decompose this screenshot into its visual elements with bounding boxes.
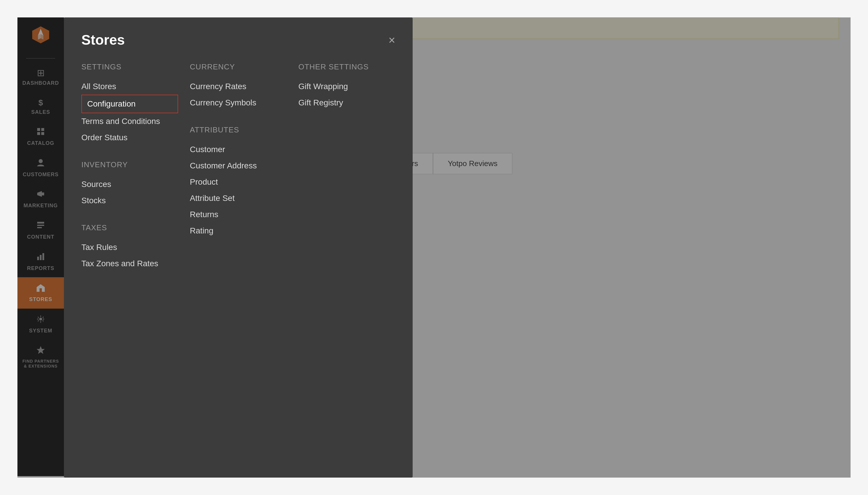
column-1: Settings All Stores Configuration Terms …: [81, 63, 178, 286]
other-settings-section-title: Other Settings: [298, 63, 395, 71]
menu-item-tax-zones[interactable]: Tax Zones and Rates: [81, 255, 178, 272]
menu-item-sources[interactable]: Sources: [81, 176, 178, 192]
stores-modal: Stores × Settings All Stores Configurati…: [64, 17, 413, 478]
settings-section-title: Settings: [81, 63, 178, 71]
menu-item-gift-wrapping[interactable]: Gift Wrapping: [298, 79, 395, 95]
menu-item-customer-address[interactable]: Customer Address: [190, 158, 286, 174]
modal-header: Stores ×: [81, 32, 395, 48]
taxes-section: Taxes Tax Rules Tax Zones and Rates: [81, 223, 178, 272]
inventory-section-title: Inventory: [81, 160, 178, 169]
modal-close-button[interactable]: ×: [389, 34, 395, 46]
menu-item-terms-conditions[interactable]: Terms and Conditions: [81, 113, 178, 130]
column-3: Other Settings Gift Wrapping Gift Regist…: [298, 63, 395, 286]
menu-item-all-stores[interactable]: All Stores: [81, 79, 178, 95]
inventory-section: Inventory Sources Stocks: [81, 160, 178, 209]
menu-item-product[interactable]: Product: [190, 174, 286, 190]
currency-section: Currency Currency Rates Currency Symbols: [190, 63, 286, 111]
menu-item-rating[interactable]: Rating: [190, 223, 286, 239]
menu-item-attribute-set[interactable]: Attribute Set: [190, 190, 286, 206]
modal-columns: Settings All Stores Configuration Terms …: [81, 63, 395, 286]
menu-item-configuration[interactable]: Configuration: [81, 95, 178, 113]
settings-section: Settings All Stores Configuration Terms …: [81, 63, 178, 146]
currency-section-title: Currency: [190, 63, 286, 71]
menu-item-currency-symbols[interactable]: Currency Symbols: [190, 95, 286, 111]
menu-item-stocks[interactable]: Stocks: [81, 192, 178, 209]
menu-item-gift-registry[interactable]: Gift Registry: [298, 95, 395, 111]
menu-item-order-status[interactable]: Order Status: [81, 130, 178, 146]
menu-item-currency-rates[interactable]: Currency Rates: [190, 79, 286, 95]
menu-item-tax-rules[interactable]: Tax Rules: [81, 239, 178, 255]
menu-item-customer[interactable]: Customer: [190, 141, 286, 158]
attributes-section-title: Attributes: [190, 125, 286, 134]
attributes-section: Attributes Customer Customer Address Pro…: [190, 125, 286, 239]
column-2: Currency Currency Rates Currency Symbols…: [190, 63, 286, 286]
menu-item-returns[interactable]: Returns: [190, 206, 286, 223]
modal-title: Stores: [81, 32, 125, 48]
taxes-section-title: Taxes: [81, 223, 178, 232]
other-settings-section: Other Settings Gift Wrapping Gift Regist…: [298, 63, 395, 111]
